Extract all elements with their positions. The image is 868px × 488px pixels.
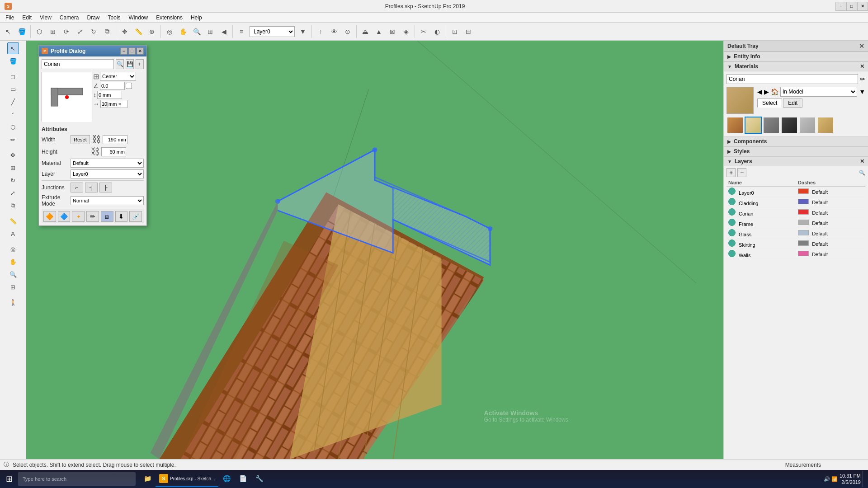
toolbar-sandbox3[interactable]: ⊠ [386, 25, 399, 38]
swatch-1[interactable] [745, 117, 762, 134]
tool-orbit2[interactable]: ◎ [7, 243, 19, 255]
dialog-tool-4[interactable]: ✏ [86, 211, 99, 222]
details-icon[interactable]: ▼ [859, 88, 865, 95]
profile-angle-checkbox[interactable] [126, 83, 132, 89]
tool-pan2[interactable]: ✋ [7, 256, 19, 267]
layer-row-glass[interactable]: Glass Default [726, 228, 865, 239]
height-input[interactable] [101, 147, 126, 156]
materials-close-btn[interactable]: ✕ [860, 63, 864, 70]
components-section[interactable]: ▶ Components [724, 136, 868, 146]
width-reset-button[interactable]: Reset [71, 135, 90, 144]
menu-help[interactable]: Help [187, 14, 206, 22]
layer-vis-skirting[interactable] [728, 239, 736, 247]
dialog-minimize-btn[interactable]: − [120, 47, 127, 55]
layers-delete-button[interactable]: − [737, 168, 746, 177]
swatch-5[interactable] [817, 117, 834, 134]
toolbar-scale[interactable]: ⤢ [74, 25, 86, 38]
layer-color-glass[interactable] [798, 230, 809, 235]
junction-btn-1[interactable]: ⌐ [71, 183, 83, 192]
materials-edit-btn[interactable]: ✏ [860, 75, 865, 83]
materials-tab-select[interactable]: Select [757, 99, 782, 108]
materials-model-select[interactable]: In Model [780, 87, 857, 97]
toolbar-move[interactable]: ✥ [118, 25, 131, 38]
toolbar-component[interactable]: ⬡ [33, 25, 46, 38]
layer-dropdown[interactable]: Layer0 [250, 26, 295, 37]
layer-color-layer0[interactable] [798, 188, 809, 194]
menu-tools[interactable]: Tools [104, 14, 124, 22]
dialog-tool-1[interactable]: 🔶 [43, 211, 56, 222]
menu-camera[interactable]: Camera [56, 14, 83, 22]
tool-zoomext2[interactable]: ⊞ [7, 281, 19, 293]
materials-section-header[interactable]: ▼ Materials ✕ [724, 61, 868, 71]
menu-window[interactable]: Window [125, 14, 152, 22]
toolbar-tape[interactable]: 📏 [132, 25, 145, 38]
tool-polygon[interactable]: ⬡ [7, 121, 19, 133]
profile-dialog-titlebar[interactable]: P Profile Dialog − □ ✕ [39, 46, 146, 56]
tool-move[interactable]: ✥ [7, 149, 19, 161]
tray-close-button[interactable]: ✕ [859, 42, 864, 50]
menu-view[interactable]: View [36, 14, 55, 22]
toolbar-orbit[interactable]: ◎ [163, 25, 176, 38]
tool-eraser[interactable]: ◻ [7, 70, 19, 82]
toolbar-offset[interactable]: ⧉ [101, 25, 113, 38]
layer-row-cladding[interactable]: Cladding Default [726, 197, 865, 207]
toolbar-rotate[interactable]: ↻ [87, 25, 100, 38]
taskbar-search[interactable]: Type here to search [18, 472, 136, 486]
profile-save-button[interactable]: 💾 [126, 59, 134, 69]
layer-vis-walls[interactable] [728, 250, 736, 257]
width-input[interactable] [103, 135, 127, 144]
menu-edit[interactable]: Edit [19, 14, 35, 22]
toolbar-sandbox[interactable]: ⛰ [359, 25, 372, 38]
nav-prev-icon[interactable]: ◀ [757, 88, 762, 95]
tool-offset2[interactable]: ⧉ [7, 200, 19, 211]
tool-text[interactable]: A [7, 228, 19, 239]
menu-file[interactable]: File [2, 14, 18, 22]
tool-walk2[interactable]: 🚶 [7, 296, 19, 308]
tray-header[interactable]: Default Tray ✕ [724, 41, 868, 52]
show-desktop-btn[interactable] [863, 471, 864, 487]
profile-add-button[interactable]: + [136, 59, 144, 69]
layer-vis-frame[interactable] [728, 219, 736, 226]
start-button[interactable]: ⊞ [0, 470, 18, 488]
tool-paint[interactable]: 🪣 [7, 55, 19, 67]
close-button[interactable]: ✕ [857, 2, 868, 11]
toolbar-look-around[interactable]: 👁 [328, 25, 340, 38]
swatch-3[interactable] [781, 117, 798, 134]
layers-filter-icon[interactable]: 🔍 [859, 170, 865, 176]
menu-draw[interactable]: Draw [84, 14, 104, 22]
styles-section[interactable]: ▶ Styles [724, 146, 868, 156]
toolbar-layer-expand[interactable]: ▼ [297, 25, 309, 38]
home-icon[interactable]: 🏠 [771, 88, 778, 95]
toolbar-pan[interactable]: ✋ [177, 25, 189, 38]
layer-row-frame[interactable]: Frame Default [726, 218, 865, 228]
toolbar-sandbox4[interactable]: ◈ [400, 25, 412, 38]
tool-arc[interactable]: ◜ [7, 108, 19, 120]
tool-line[interactable]: ╱ [7, 96, 19, 108]
material-select[interactable]: Default [71, 159, 144, 168]
layer-row-layer0[interactable]: Layer0 Default [726, 187, 865, 197]
tool-freehand[interactable]: ✏ [7, 134, 19, 145]
layer-color-frame[interactable] [798, 220, 809, 225]
dialog-tool-2[interactable]: 🔷 [58, 211, 71, 222]
toolbar-section2[interactable]: ◐ [431, 25, 443, 38]
dialog-tool-3[interactable]: 🔸 [72, 211, 85, 222]
toolbar-section1[interactable]: ✂ [417, 25, 430, 38]
layers-close-btn[interactable]: ✕ [860, 158, 864, 164]
layer-color-skirting[interactable] [798, 240, 809, 246]
swatch-0[interactable] [726, 117, 744, 134]
dialog-close-btn[interactable]: ✕ [137, 47, 144, 55]
layer-vis-layer0[interactable] [728, 188, 736, 195]
junction-btn-2[interactable]: ┤ [85, 183, 98, 192]
taskbar-app-4[interactable]: 🔧 [251, 471, 267, 487]
tool-rect[interactable]: ▭ [7, 83, 19, 95]
nav-next-icon[interactable]: ▶ [764, 88, 769, 95]
swatch-4[interactable] [799, 117, 816, 134]
layer-row-corian[interactable]: Corian Default [726, 207, 865, 218]
tool-rotate[interactable]: ↻ [7, 174, 19, 186]
swatch-2[interactable] [763, 117, 780, 134]
profile-search-input[interactable] [42, 59, 114, 69]
layer-row-skirting[interactable]: Skirting Default [726, 239, 865, 249]
toolbar-paint[interactable]: 🪣 [15, 25, 28, 38]
taskbar-sketchup[interactable]: S Profiles.skp - Sketch... [156, 471, 218, 487]
junction-btn-3[interactable]: ├ [99, 183, 112, 192]
